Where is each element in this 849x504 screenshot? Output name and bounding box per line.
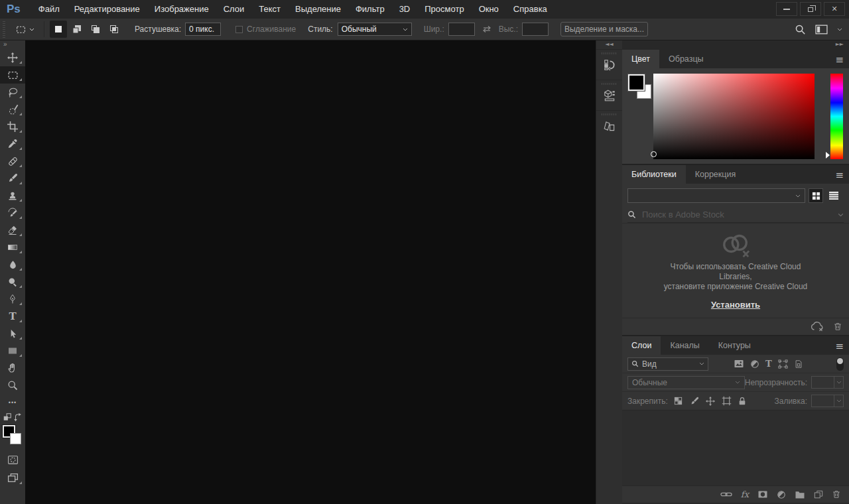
options-bar-grip[interactable] bbox=[1, 21, 7, 38]
expand-panels-icon[interactable]: ◄◄ bbox=[596, 40, 622, 49]
eraser-tool[interactable] bbox=[0, 221, 25, 239]
layers-list[interactable] bbox=[622, 410, 849, 485]
type-tool[interactable]: T bbox=[0, 308, 25, 325]
tool-preset-picker[interactable] bbox=[11, 22, 38, 37]
new-adjustment-layer-icon[interactable] bbox=[777, 490, 786, 499]
add-layer-mask-icon[interactable] bbox=[757, 490, 768, 499]
shape-layer-filter-icon[interactable] bbox=[778, 359, 788, 369]
minimize-button[interactable] bbox=[776, 2, 797, 16]
new-group-icon[interactable] bbox=[795, 490, 805, 499]
hue-slider-marker[interactable] bbox=[826, 152, 830, 158]
feather-input[interactable] bbox=[185, 23, 221, 36]
eyedropper-tool[interactable] bbox=[0, 135, 25, 153]
layer-filter-select[interactable]: Вид bbox=[627, 357, 708, 371]
workspace-switcher-icon[interactable] bbox=[815, 25, 828, 34]
document-canvas[interactable] bbox=[25, 40, 596, 504]
link-layers-icon[interactable] bbox=[720, 491, 732, 498]
clone-stamp-tool[interactable] bbox=[0, 187, 25, 204]
panel-menu-icon[interactable]: ≡ bbox=[835, 341, 844, 351]
blur-tool[interactable] bbox=[0, 256, 25, 273]
quick-mask-button[interactable] bbox=[0, 451, 25, 468]
edit-toolbar-button[interactable]: ••• bbox=[0, 394, 25, 411]
toolbar-expand-icon[interactable]: » bbox=[0, 40, 25, 49]
lock-transparency-icon[interactable] bbox=[673, 396, 683, 406]
chevron-down-icon[interactable] bbox=[837, 28, 842, 31]
fill-select[interactable] bbox=[811, 395, 844, 407]
tab-layers[interactable]: Слои bbox=[622, 336, 661, 355]
search-icon[interactable] bbox=[795, 24, 806, 35]
opacity-select[interactable] bbox=[811, 376, 844, 389]
lock-all-icon[interactable] bbox=[738, 397, 746, 406]
subtract-from-selection-button[interactable] bbox=[87, 21, 104, 38]
crop-tool[interactable] bbox=[0, 118, 25, 135]
menu-layers[interactable]: Слои bbox=[216, 0, 252, 19]
layer-style-icon[interactable]: fx bbox=[741, 489, 749, 499]
quick-selection-tool[interactable] bbox=[0, 101, 25, 118]
menu-edit[interactable]: Редактирование bbox=[67, 0, 147, 19]
panel-menu-icon[interactable]: ≡ bbox=[835, 170, 844, 180]
menu-view[interactable]: Просмотр bbox=[417, 0, 471, 19]
tab-adjustments[interactable]: Коррекция bbox=[686, 165, 745, 184]
menu-type[interactable]: Текст bbox=[251, 0, 288, 19]
tab-paths[interactable]: Контуры bbox=[709, 336, 760, 355]
background-color-swatch[interactable] bbox=[10, 433, 21, 444]
trash-icon[interactable] bbox=[833, 322, 842, 332]
saturation-brightness-field[interactable] bbox=[653, 74, 815, 159]
foreground-color-swatch[interactable] bbox=[628, 74, 645, 91]
tab-libraries[interactable]: Библиотеки bbox=[622, 165, 686, 184]
swap-width-height-icon[interactable] bbox=[482, 25, 492, 34]
delete-layer-icon[interactable] bbox=[832, 489, 841, 499]
lock-position-icon[interactable] bbox=[706, 397, 715, 406]
menu-help[interactable]: Справка bbox=[506, 0, 555, 19]
type-layer-filter-icon[interactable]: T bbox=[765, 359, 772, 369]
hue-slider[interactable] bbox=[830, 74, 843, 159]
rectangular-marquee-tool[interactable] bbox=[0, 66, 25, 84]
menu-filter[interactable]: Фильтр bbox=[348, 0, 392, 19]
lock-artboard-icon[interactable] bbox=[722, 396, 732, 406]
path-selection-tool[interactable] bbox=[0, 325, 25, 342]
width-input[interactable] bbox=[448, 23, 475, 36]
menu-file[interactable]: Файл bbox=[31, 0, 67, 19]
style-select[interactable]: Обычный bbox=[338, 23, 412, 36]
hand-tool[interactable] bbox=[0, 359, 25, 377]
default-colors-icon[interactable] bbox=[3, 412, 12, 422]
pen-tool[interactable] bbox=[0, 290, 25, 308]
tab-channels[interactable]: Каналы bbox=[661, 336, 708, 355]
lock-pixels-icon[interactable] bbox=[690, 397, 699, 406]
menu-window[interactable]: Окно bbox=[472, 0, 506, 19]
rectangle-shape-tool[interactable] bbox=[0, 342, 25, 359]
panel-menu-icon[interactable]: ≡ bbox=[835, 54, 844, 65]
height-input[interactable] bbox=[522, 23, 549, 36]
select-and-mask-button[interactable]: Выделение и маска... bbox=[560, 22, 648, 36]
grid-view-button[interactable] bbox=[809, 188, 823, 203]
new-selection-button[interactable] bbox=[50, 21, 67, 38]
restore-button[interactable] bbox=[800, 2, 821, 16]
intersect-selection-button[interactable] bbox=[105, 21, 123, 38]
adjustment-layer-filter-icon[interactable] bbox=[750, 359, 759, 369]
brush-tool[interactable] bbox=[0, 170, 25, 187]
cloud-sync-off-icon[interactable] bbox=[811, 322, 824, 332]
spot-healing-brush-tool[interactable] bbox=[0, 153, 25, 170]
new-layer-icon[interactable] bbox=[814, 490, 823, 499]
menu-select[interactable]: Выделение bbox=[288, 0, 348, 19]
layer-filtering-toggle[interactable] bbox=[836, 357, 844, 371]
list-view-button[interactable] bbox=[826, 188, 841, 203]
menu-3d[interactable]: 3D bbox=[392, 0, 418, 19]
install-link[interactable]: Установить bbox=[711, 300, 760, 310]
lasso-tool[interactable] bbox=[0, 84, 25, 101]
history-brush-tool[interactable] bbox=[0, 204, 25, 221]
adobe-stock-search[interactable]: Поиск в Adobe Stock bbox=[627, 207, 844, 223]
blend-mode-select[interactable]: Обычные bbox=[627, 376, 745, 389]
add-to-selection-button[interactable] bbox=[68, 21, 86, 38]
dodge-tool[interactable] bbox=[0, 273, 25, 290]
smart-object-filter-icon[interactable] bbox=[794, 359, 803, 369]
screen-mode-button[interactable] bbox=[0, 470, 25, 487]
pixel-layer-filter-icon[interactable] bbox=[734, 359, 744, 368]
menu-image[interactable]: Изображение bbox=[147, 0, 216, 19]
tab-swatches[interactable]: Образцы bbox=[659, 50, 713, 68]
zoom-tool[interactable] bbox=[0, 377, 25, 394]
properties-panel-button[interactable] bbox=[596, 80, 622, 110]
collapse-panels-icon[interactable]: ►► bbox=[836, 41, 844, 47]
close-button[interactable]: ✕ bbox=[824, 2, 845, 16]
gradient-tool[interactable] bbox=[0, 239, 25, 256]
